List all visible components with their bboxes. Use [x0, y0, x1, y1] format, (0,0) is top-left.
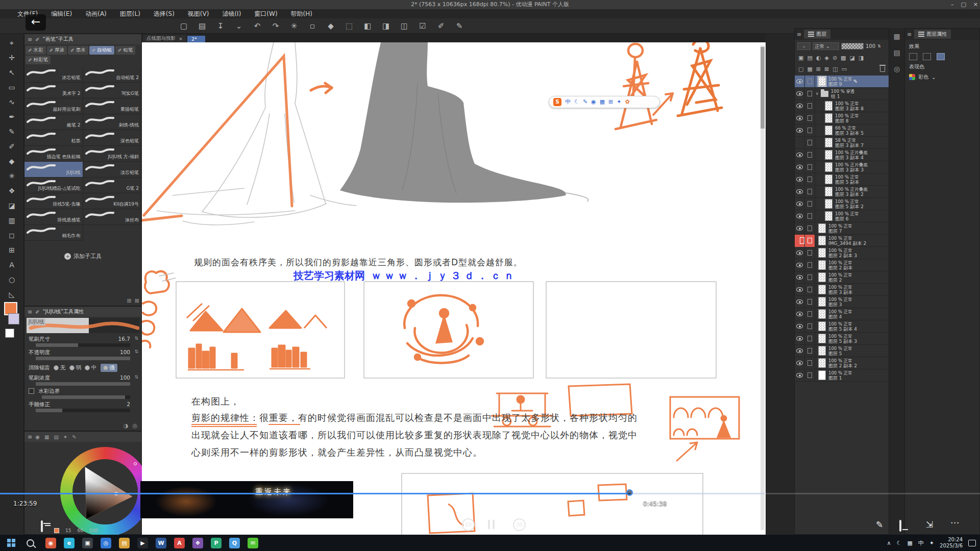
panel-menu-icon[interactable]: ≡ — [28, 434, 32, 440]
layer-row[interactable]: ∨ 100 % 正常 图层 4 ✎ — [795, 308, 889, 320]
blend-mode-dropdown[interactable]: 正常 ⌄ — [813, 42, 839, 50]
layer-visibility-toggle[interactable] — [795, 186, 805, 198]
layer-checkbox[interactable] — [805, 149, 815, 161]
forward-30-button[interactable]: 30 — [513, 518, 526, 531]
tablet-mode-button[interactable] — [899, 521, 901, 531]
airbrush-tool-icon[interactable]: ✳ — [5, 170, 18, 182]
layer-checkbox[interactable] — [805, 320, 815, 333]
layer-visibility-toggle[interactable] — [795, 284, 805, 296]
prop-footer-icon[interactable]: ◑ — [124, 422, 129, 429]
layer-checkbox[interactable] — [805, 333, 815, 345]
layer-checkbox[interactable] — [805, 137, 815, 149]
layer-visibility-toggle[interactable] — [795, 369, 805, 382]
menu-item[interactable]: 选择(S) — [154, 9, 175, 18]
subtool-delete-icon[interactable]: ⊠ — [135, 297, 139, 304]
layer-row[interactable]: ∨ 100 % 正常 图层 3 副本 ✎ — [795, 284, 889, 296]
taskbar-app-edge[interactable]: e — [64, 538, 75, 548]
menu-item[interactable]: 帮助(H) — [291, 9, 312, 18]
expression-color-dropdown[interactable]: 彩色 ⌄ — [905, 70, 979, 81]
menu-item[interactable]: 视图(V) — [188, 9, 209, 18]
color-history-tab-icon[interactable]: ✎ — [72, 434, 76, 440]
watercolor-edge-slider[interactable] — [42, 395, 130, 399]
layer-thumbnail[interactable] — [818, 358, 826, 368]
layer-row[interactable]: ∨ 100 % 正常 图层 3 ✎ — [795, 296, 889, 308]
brush-size-value[interactable]: 16.7 — [118, 336, 130, 342]
move-tool-icon[interactable]: ↖ — [5, 66, 18, 79]
color-mixer-tab-icon[interactable]: ✦ — [63, 434, 67, 440]
export-dropdown-icon[interactable]: ⌄ — [233, 20, 245, 32]
layer-row[interactable]: ∨ 100 % 正常 图层 2 副本 ✎ — [795, 259, 889, 271]
brush-item[interactable]: 涂丝布 — [83, 209, 142, 225]
canvas-tab-active[interactable]: 2* — [187, 36, 205, 42]
layer-checkbox[interactable] — [805, 247, 815, 259]
pencil-tool-icon[interactable]: ✎ — [5, 126, 18, 138]
layer-visibility-toggle[interactable] — [795, 173, 805, 186]
taskbar-clock[interactable]: 20:242025/3/6 — [940, 537, 963, 549]
new-folder-icon[interactable]: ⊞ — [816, 66, 821, 72]
panel-menu-icon[interactable]: ≡ — [797, 31, 801, 38]
exit-fullscreen-button[interactable]: ⇲ — [926, 519, 933, 530]
stepper-icon[interactable]: ⇅ — [877, 44, 881, 48]
layer-checkbox[interactable] — [805, 222, 815, 235]
pen-tool-icon[interactable]: ✒ — [5, 111, 18, 123]
layer-visibility-toggle[interactable] — [795, 210, 805, 222]
layer-thumbnail[interactable] — [825, 101, 832, 111]
tray-icon[interactable]: ✦ — [929, 540, 934, 546]
layer-visibility-toggle[interactable] — [795, 296, 805, 308]
brush-tool-icon[interactable]: ✐ — [5, 140, 18, 153]
layer-row[interactable]: ∨ 100 % 正常 图层 5 副本 4 ✎ — [795, 320, 889, 333]
layer-thumbnail[interactable] — [818, 346, 826, 356]
menu-item[interactable]: 动画(A) — [85, 9, 107, 18]
taskbar-search-button[interactable] — [27, 539, 34, 547]
taskbar-app-dark[interactable]: ▣ — [82, 538, 93, 548]
layer-thumbnail[interactable] — [818, 223, 826, 233]
new-layer-icon[interactable]: ▢ — [798, 66, 803, 72]
hand-tool-icon[interactable]: ✛ — [5, 52, 18, 64]
antialias-option[interactable]: 强 — [101, 364, 118, 372]
layer-visibility-toggle[interactable] — [795, 320, 805, 333]
layer-thumbnail[interactable] — [825, 138, 832, 147]
panel-menu-icon[interactable]: ≡ — [28, 309, 32, 315]
redo-icon[interactable]: ↷ — [270, 20, 282, 32]
tone-effect-icon[interactable] — [923, 53, 931, 60]
layer-checkbox[interactable] — [805, 271, 815, 284]
ime-mode[interactable]: 中 — [565, 96, 571, 108]
balloon-tool-icon[interactable]: ○ — [5, 273, 18, 286]
tab-close-icon[interactable]: × — [179, 36, 183, 41]
undo-icon[interactable]: ↶ — [251, 20, 263, 32]
layer-thumbnail[interactable] — [825, 187, 832, 196]
layer-row[interactable]: ∨ 100 % 正常 图层 2 ✎ — [795, 271, 889, 284]
layer-panel-icon[interactable]: ▤ — [807, 55, 812, 61]
ime-handwrite-icon[interactable]: ✎ — [583, 96, 587, 108]
layer-thumbnail[interactable] — [818, 309, 826, 319]
ime-logo-icon[interactable]: S — [553, 98, 561, 106]
layer-visibility-toggle[interactable] — [795, 88, 805, 100]
layer-thumbnail[interactable] — [825, 162, 832, 172]
layer-row[interactable]: ∨ 100 % 正常 图层 5 ✎ — [795, 345, 889, 357]
layer-thumbnail[interactable] — [825, 113, 832, 123]
layer-thumbnail[interactable] — [818, 77, 826, 86]
border-effect-icon[interactable] — [909, 53, 917, 60]
layer-visibility-toggle[interactable] — [795, 308, 805, 320]
layer-row[interactable]: ∨ 58 % 正常 图层 3 副本 7 ✎ — [795, 137, 889, 149]
layer-checkbox[interactable] — [805, 357, 815, 369]
panel-menu-icon[interactable]: ≡ — [907, 31, 912, 38]
marquee-tool-icon[interactable]: ▭ — [5, 81, 18, 93]
subtool-group-tab[interactable]: ✐ 粉彩笔 — [26, 56, 51, 64]
maximize-button[interactable]: ▢ — [961, 0, 966, 9]
canvas[interactable]: 规则的面会有秩序美，所以我们的剪影越靠近三角形、圆形或者D型就会越舒服。 技艺学… — [142, 42, 766, 535]
ime-toolbar[interactable]: S 中 ☾ ✎ ◉ ▦ ⊞ ✦ ✿ — [549, 96, 660, 108]
brush-item[interactable]: JUJU线赠品-△笔试吃 — [24, 178, 83, 193]
folder-expand-caret[interactable]: ∨ — [816, 91, 819, 96]
snap-ruler-icon[interactable]: ◧ — [361, 20, 374, 32]
layer-visibility-toggle[interactable] — [795, 124, 805, 137]
prop-footer-icon[interactable]: ◎ — [132, 422, 137, 429]
layer-panel-icon[interactable]: ◪ — [850, 55, 855, 61]
layer-panel-icon[interactable]: ▩ — [841, 55, 846, 61]
stepper-icon[interactable]: ⇅ — [134, 349, 138, 354]
layer-visibility-toggle[interactable] — [795, 112, 805, 124]
layer-panel-icon[interactable]: ◐ — [816, 55, 821, 61]
brush-item[interactable]: 浓芯铅笔 — [24, 67, 83, 83]
layer-thumbnail[interactable] — [821, 91, 828, 97]
menu-item[interactable]: 编辑(E) — [51, 9, 72, 18]
